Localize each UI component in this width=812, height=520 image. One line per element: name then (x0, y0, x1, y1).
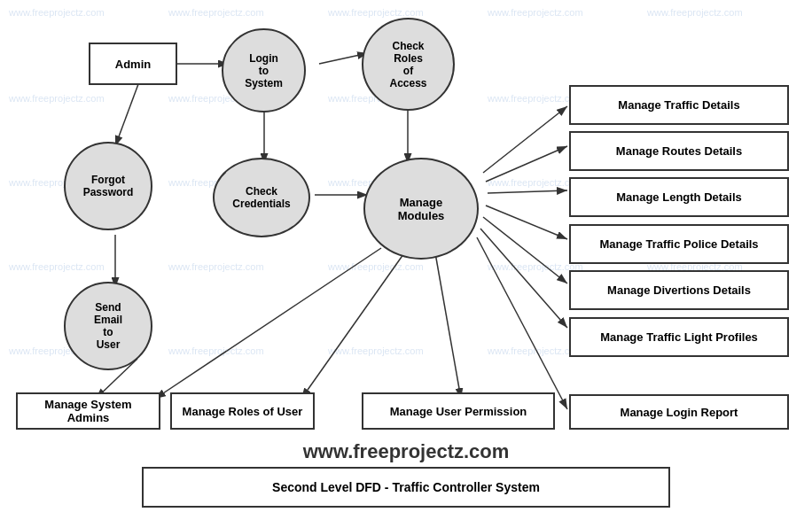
manage-traffic-details-box: Manage Traffic Details (569, 85, 789, 125)
manage-modules-label: Manage Modules (398, 196, 445, 222)
watermark-17: www.freeprojectz.com (168, 261, 264, 272)
manage-system-admins-box: Manage System Admins (16, 392, 160, 430)
svg-line-9 (301, 248, 408, 399)
svg-line-1 (115, 84, 138, 146)
watermark-1: www.freeprojectz.com (9, 7, 105, 18)
svg-line-15 (483, 217, 567, 283)
svg-line-14 (486, 206, 567, 239)
manage-system-admins-label: Manage System Admins (25, 398, 152, 424)
manage-divertions-label: Manage Divertions Details (607, 283, 751, 297)
website-label-text: www.freeprojectz.com (303, 440, 510, 462)
manage-length-details-label: Manage Length Details (616, 190, 742, 204)
svg-line-16 (480, 229, 567, 328)
send-email-label: Send Email to User (94, 301, 122, 351)
manage-user-permission-box: Manage User Permission (362, 392, 555, 430)
manage-modules-node: Manage Modules (363, 158, 479, 260)
manage-user-permission-label: Manage User Permission (390, 405, 527, 418)
manage-routes-details-box: Manage Routes Details (569, 131, 789, 171)
watermark-5: www.freeprojectz.com (647, 7, 743, 18)
svg-line-13 (488, 190, 567, 193)
manage-traffic-light-box: Manage Traffic Light Profiles (569, 317, 789, 357)
watermark-4: www.freeprojectz.com (488, 7, 583, 18)
manage-login-report-box: Manage Login Report (569, 394, 789, 430)
send-email-node: Send Email to User (64, 282, 152, 370)
svg-line-17 (477, 237, 567, 409)
check-credentials-label: Check Credentials (232, 185, 290, 210)
check-credentials-node: Check Credentials (213, 158, 310, 237)
manage-routes-details-label: Manage Routes Details (616, 144, 742, 158)
manage-traffic-light-label: Manage Traffic Light Profiles (600, 330, 758, 344)
manage-traffic-police-label: Manage Traffic Police Details (599, 237, 758, 251)
manage-roles-user-label: Manage Roles of User (183, 405, 303, 418)
svg-line-12 (486, 146, 567, 182)
manage-divertions-box: Manage Divertions Details (569, 270, 789, 310)
website-label: www.freeprojectz.com (195, 440, 617, 463)
manage-login-report-label: Manage Login Report (621, 406, 738, 419)
check-roles-node: Check Roles of Access (362, 18, 455, 111)
svg-line-11 (483, 106, 567, 173)
login-node: Login to System (222, 28, 306, 113)
title-text: Second Level DFD - Traffic Controller Sy… (272, 480, 540, 494)
watermark-23: www.freeprojectz.com (328, 345, 424, 356)
svg-line-10 (434, 248, 461, 399)
title-box: Second Level DFD - Traffic Controller Sy… (142, 467, 670, 508)
svg-line-8 (155, 248, 381, 399)
forgot-password-label: Forgot Password (83, 174, 134, 198)
watermark-2: www.freeprojectz.com (168, 7, 264, 18)
watermark-16: www.freeprojectz.com (9, 261, 105, 272)
login-label: Login to System (245, 52, 283, 89)
manage-traffic-details-label: Manage Traffic Details (618, 98, 739, 112)
diagram-container: www.freeprojectz.com www.freeprojectz.co… (0, 0, 812, 520)
watermark-6: www.freeprojectz.com (9, 93, 105, 104)
manage-roles-user-box: Manage Roles of User (170, 392, 315, 430)
manage-length-details-box: Manage Length Details (569, 177, 789, 217)
admin-node: Admin (89, 43, 177, 85)
watermark-18: www.freeprojectz.com (328, 261, 424, 272)
watermark-22: www.freeprojectz.com (168, 345, 264, 356)
admin-label: Admin (115, 58, 151, 71)
forgot-password-node: Forgot Password (64, 142, 152, 230)
manage-traffic-police-box: Manage Traffic Police Details (569, 224, 789, 264)
watermark-3: www.freeprojectz.com (328, 7, 424, 18)
svg-line-3 (319, 53, 368, 64)
check-roles-label: Check Roles of Access (389, 40, 426, 89)
